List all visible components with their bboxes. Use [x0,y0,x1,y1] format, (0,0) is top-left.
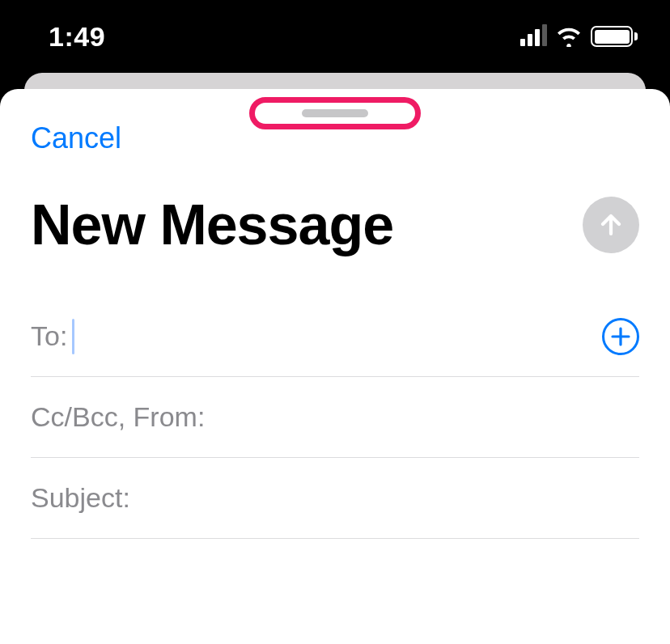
compose-sheet: Cancel New Message To: Cc/Bcc, From: Sub… [0,89,670,644]
status-icons [520,26,638,47]
wifi-icon [555,26,583,47]
to-label: To: [31,320,67,352]
battery-icon [591,26,638,47]
sheet-grabber[interactable] [249,97,421,129]
status-time: 1:49 [49,21,105,53]
subject-field[interactable]: Subject: [31,458,639,539]
to-input[interactable] [79,316,602,357]
sheet-title: New Message [31,193,393,257]
subject-label: Subject: [31,482,130,514]
ccbcc-from-label: Cc/Bcc, From: [31,401,205,433]
cancel-button[interactable]: Cancel [31,121,121,155]
grabber-highlight-annotation [249,97,421,129]
add-contact-button[interactable] [602,318,639,355]
grabber-handle-icon [302,109,368,117]
arrow-up-icon [596,210,626,240]
cellular-signal-icon [520,27,547,46]
status-bar: 1:49 [0,0,670,73]
ccbcc-from-input[interactable] [210,397,639,438]
to-field[interactable]: To: [31,296,639,377]
subject-input[interactable] [135,478,639,519]
text-cursor-icon [72,319,74,354]
plus-icon [610,326,631,347]
send-button[interactable] [583,197,639,253]
ccbcc-from-field[interactable]: Cc/Bcc, From: [31,377,639,458]
